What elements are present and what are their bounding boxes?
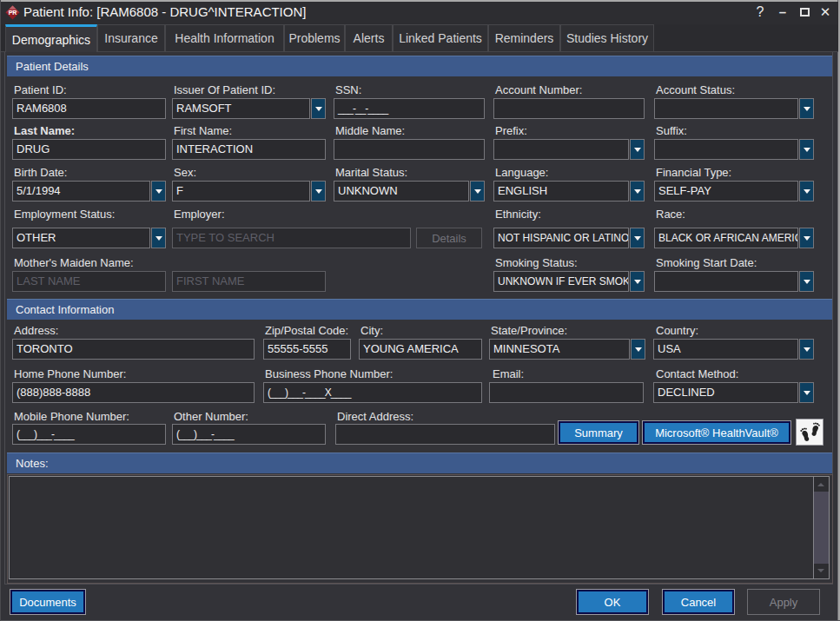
svg-text:PR: PR <box>9 10 17 16</box>
